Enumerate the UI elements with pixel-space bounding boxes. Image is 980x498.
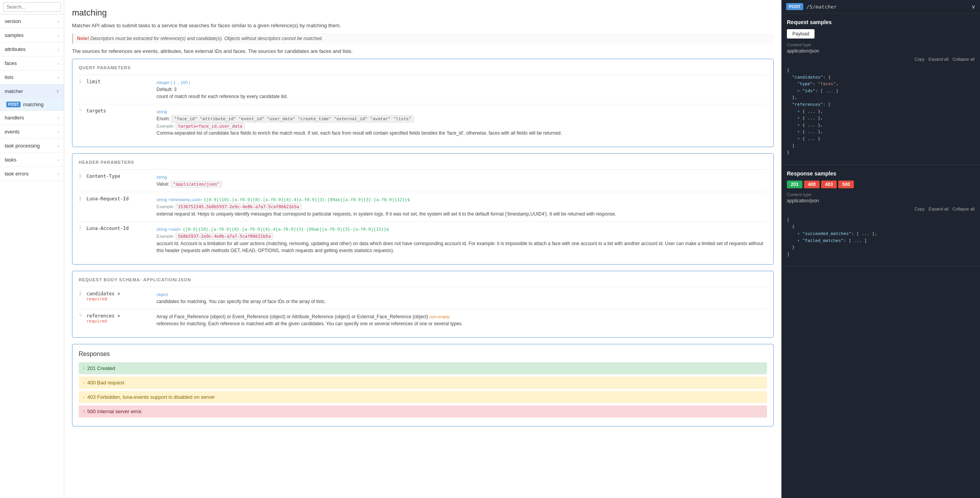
query-params-label: QUERY PARAMETERS [79, 65, 767, 70]
param-value: Value: "application/json" [157, 181, 222, 187]
response-content-type-label: Content type [787, 192, 975, 197]
request-body-type: application/json [143, 277, 191, 282]
sidebar-item-label: lists [5, 74, 13, 80]
search-bar[interactable] [0, 0, 64, 14]
chevron-right-icon: › [58, 75, 59, 80]
copy-button[interactable]: Copy [915, 57, 925, 61]
sidebar-item-matcher[interactable]: matcher ∨ [0, 84, 64, 98]
main-content: matching Matcher API allows to submit ta… [64, 0, 781, 498]
param-row-luna-request-id: ├ Luna-Request-Id string <timestamp,uuid… [79, 192, 767, 221]
responses-section: Responses › 201 Created › 400 Bad reques… [72, 344, 774, 426]
sidebar-item-label: tasks [5, 157, 16, 163]
sidebar-item-attributes[interactable]: attributes › [0, 42, 64, 56]
post-badge: POST [6, 102, 21, 107]
query-params-section: QUERY PARAMETERS ├ limit integer [ 1 .. … [72, 59, 774, 147]
response-item-403[interactable]: › 403 Forbidden, luna-events support is … [79, 391, 767, 403]
sidebar-sub-item-matching[interactable]: POST matching [0, 98, 64, 111]
response-tab-500[interactable]: 500 [838, 181, 854, 188]
required-badge: required [86, 296, 157, 302]
response-copy-button[interactable]: Copy [915, 207, 925, 211]
response-tabs: 201 400 403 500 [787, 181, 975, 188]
param-row-candidates: ├ candidates > required object candidate… [79, 287, 767, 309]
response-item-500[interactable]: › 500 Internal server error. [79, 405, 767, 417]
response-label: 403 Forbidden, luna-events support is di… [87, 394, 215, 400]
sidebar-item-version[interactable]: version › [0, 14, 64, 28]
request-samples-section: Request samples Payload Content type app… [781, 14, 980, 165]
collapse-all-button[interactable]: Collapse all [952, 57, 975, 61]
param-enum: "face_id" "attribute_id" "event_id" "use… [171, 115, 414, 123]
param-example: Example: targets=face_id,user_data [157, 124, 245, 128]
param-row-luna-account-id: └ Luna-Account-Id string <uuid> {[0-9]{1… [79, 221, 767, 258]
param-description: Comma-separated list of candidate face f… [157, 130, 562, 136]
right-panel: POST /5/matcher ∨ Request samples Payloa… [781, 0, 980, 498]
content-type-label: Content type [787, 42, 975, 47]
chevron-right-icon: › [58, 144, 59, 148]
response-samples-title: Response samples [787, 170, 975, 177]
chevron-right-icon: › [58, 116, 59, 120]
sidebar: version › samples › attributes › faces ›… [0, 0, 64, 498]
param-row-limit: ├ limit integer [ 1 .. 100 ] Default: 3 … [79, 75, 767, 104]
sidebar-item-label: events [5, 129, 19, 135]
expand-all-button[interactable]: Expand all [929, 57, 948, 61]
sources-description: The sources for references are events, a… [72, 47, 774, 55]
param-name: references > [86, 313, 120, 319]
chevron-down-icon: ∨ [56, 89, 59, 94]
sidebar-sub-item-label: matching [23, 102, 44, 107]
endpoint-bar: POST /5/matcher ∨ [781, 0, 980, 14]
arrow-icon: › [83, 409, 85, 414]
request-samples-title: Request samples [787, 19, 975, 25]
sidebar-item-tasks[interactable]: tasks › [0, 153, 64, 167]
response-collapse-all-button[interactable]: Collapse all [952, 207, 975, 211]
sidebar-item-task-processing[interactable]: task processing › [0, 139, 64, 153]
param-default: Default: 3 [157, 87, 176, 92]
request-body-label: REQUEST BODY SCHEMA: [79, 277, 142, 282]
search-input[interactable] [3, 2, 61, 12]
required-badge: required [86, 319, 157, 324]
chevron-right-icon: › [58, 33, 59, 38]
response-panel-actions: Copy Expand all Collapse all [787, 207, 975, 211]
response-samples-section: Response samples 201 400 403 500 Content… [781, 165, 980, 267]
payload-button[interactable]: Payload [787, 29, 815, 39]
sidebar-item-samples[interactable]: samples › [0, 28, 64, 42]
response-label: 201 Created [87, 365, 115, 371]
response-item-400[interactable]: › 400 Bad request [79, 377, 767, 389]
chevron-right-icon: › [58, 130, 59, 134]
header-params-label: HEADER PARAMETERS [79, 160, 767, 165]
param-name: targets [86, 108, 106, 114]
endpoint-path: /5/matcher [806, 4, 971, 10]
sidebar-item-lists[interactable]: lists › [0, 70, 64, 84]
page-title: matching [72, 8, 774, 18]
response-item-201[interactable]: › 201 Created [79, 362, 767, 374]
arrow-icon: › [83, 394, 85, 400]
response-label: 400 Bad request [87, 380, 124, 386]
api-description: Matcher API allows to submit tasks to a … [72, 22, 774, 30]
response-tab-201[interactable]: 201 [787, 181, 802, 188]
content-type-value: application/json [787, 48, 975, 54]
response-content-type-value: application/json [787, 198, 975, 203]
response-expand-all-button[interactable]: Expand all [929, 207, 948, 211]
response-tab-400[interactable]: 400 [804, 181, 820, 188]
response-label: 500 Internal server error. [87, 409, 143, 414]
param-row-targets: └ targets string Enum: "face_id" "attrib… [79, 104, 767, 140]
sidebar-item-label: samples [5, 32, 23, 38]
sidebar-item-task-errors[interactable]: task errors › [0, 167, 64, 181]
param-description: candidates for matching. You can specify… [157, 299, 325, 304]
param-name: limit [86, 79, 100, 84]
arrow-icon: › [83, 380, 85, 385]
param-type: string [157, 109, 167, 114]
sidebar-item-events[interactable]: events › [0, 125, 64, 139]
chevron-right-icon: › [58, 158, 59, 162]
param-name: candidates > [86, 291, 120, 296]
chevron-right-icon: › [58, 61, 59, 66]
arrow-icon: › [83, 365, 85, 371]
sidebar-item-faces[interactable]: faces › [0, 56, 64, 70]
response-tab-403[interactable]: 403 [821, 181, 837, 188]
param-range: [ 1 .. 100 ] [171, 80, 190, 85]
dropdown-icon[interactable]: ∨ [971, 4, 975, 10]
request-code-block: { "candidates": { "type": "faces", + "id… [787, 64, 975, 159]
chevron-right-icon: › [58, 47, 59, 52]
sidebar-item-label: version [5, 18, 21, 24]
sidebar-item-handlers[interactable]: handlers › [0, 111, 64, 125]
chevron-right-icon: › [58, 19, 59, 24]
method-badge: POST [786, 3, 803, 10]
